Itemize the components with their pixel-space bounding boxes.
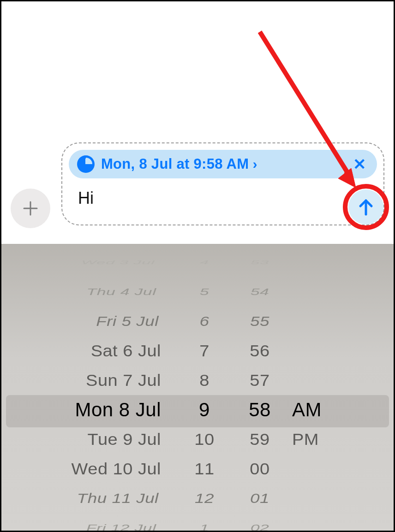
datetime-picker[interactable]: Wed 3 JulThu 4 JulFri 5 JulSat 6 JulSun … [1,244,394,531]
picker-row[interactable]: 5 [179,284,231,300]
plus-icon [21,199,40,218]
picker-wheel-hour[interactable]: 4567891011121 [177,248,232,531]
picker-row[interactable]: 8 [177,366,232,394]
picker-wheel-date[interactable]: Wed 3 JulThu 4 JulFri 5 JulSat 6 JulSun … [1,248,177,531]
picker-row[interactable]: Sat 6 Jul [1,337,161,365]
picker-row[interactable]: Wed 10 Jul [1,455,161,483]
picker-row[interactable]: 53 [234,258,285,266]
arrow-up-icon [358,198,374,216]
picker-row[interactable]: 57 [232,366,287,394]
compose-bubble: Mon, 8 Jul at 9:58 AM › ✕ Hi [61,142,384,225]
picker-row[interactable]: 10 [177,426,232,453]
picker-wheel-minute[interactable]: 53545556575859000102 [232,248,287,531]
picker-row[interactable]: Thu 11 Jul [4,486,159,510]
picker-row[interactable]: 4 [179,258,230,266]
picker-row[interactable]: 01 [233,486,287,510]
clock-icon [77,155,95,173]
picker-row[interactable]: 7 [177,337,232,365]
picker-wheel-ampm[interactable]: AMPM [287,248,352,531]
picker-row[interactable]: 56 [232,337,287,365]
messages-compose-area: Mon, 8 Jul at 9:58 AM › ✕ Hi [1,1,394,244]
picker-row[interactable]: Tue 9 Jul [1,426,161,453]
picker-row[interactable]: Fri 5 Jul [4,309,159,333]
picker-row[interactable]: 00 [232,455,287,483]
picker-row[interactable]: 54 [234,284,286,300]
picker-row[interactable]: PM [292,426,352,453]
picker-row[interactable]: 9 [177,395,232,425]
picker-row[interactable]: 02 [234,520,286,531]
chevron-right-icon: › [252,156,257,172]
add-button[interactable] [11,189,50,228]
picker-row[interactable]: 1 [179,520,231,531]
send-button[interactable] [348,189,383,225]
picker-row[interactable]: Fri 12 Jul [6,520,156,531]
picker-row[interactable]: Thu 4 Jul [6,284,156,300]
schedule-pill[interactable]: Mon, 8 Jul at 9:58 AM › ✕ [69,150,377,178]
picker-row[interactable]: Sun 7 Jul [1,366,161,394]
picker-row[interactable]: 55 [233,309,287,333]
picker-row[interactable]: 12 [178,486,231,510]
picker-row[interactable]: Wed 3 Jul [8,258,155,266]
picker-row[interactable]: 6 [178,309,231,333]
picker-row[interactable]: Mon 8 Jul [1,395,161,425]
message-input[interactable]: Hi [78,189,94,208]
schedule-text: Mon, 8 Jul at 9:58 AM [101,156,249,172]
close-icon[interactable]: ✕ [350,155,369,173]
picker-row[interactable]: 58 [232,395,287,425]
picker-row[interactable]: 59 [232,426,287,453]
picker-row[interactable]: 11 [177,455,232,483]
picker-row[interactable]: AM [292,395,352,425]
